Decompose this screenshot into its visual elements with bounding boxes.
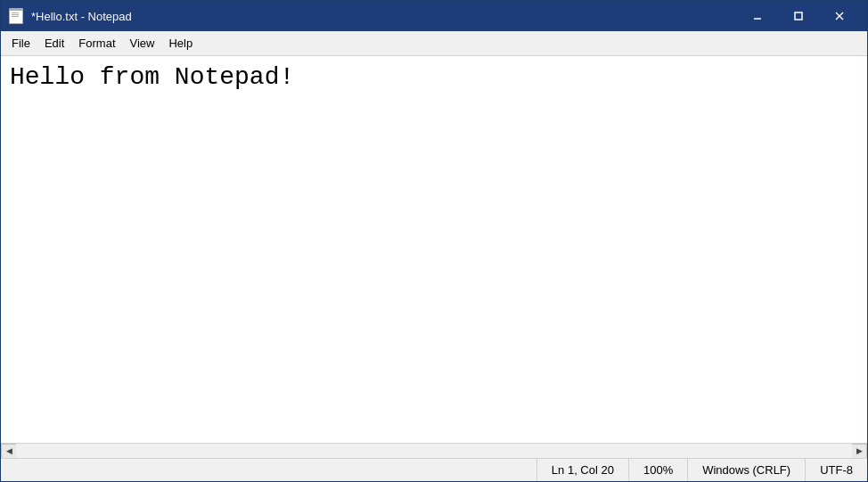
app-icon	[8, 8, 24, 24]
menu-help[interactable]: Help	[161, 34, 200, 53]
encoding: UTF-8	[805, 459, 867, 481]
menu-view[interactable]: View	[123, 34, 162, 53]
maximize-icon	[794, 12, 803, 20]
horizontal-scrollbar: ◀ ▶	[1, 443, 867, 458]
title-bar-controls	[737, 1, 860, 31]
minimize-button[interactable]	[737, 1, 778, 31]
menu-file[interactable]: File	[4, 34, 37, 53]
maximize-button[interactable]	[778, 1, 819, 31]
svg-rect-1	[795, 12, 802, 20]
close-icon	[835, 12, 844, 20]
menu-edit[interactable]: Edit	[37, 34, 71, 53]
close-button[interactable]	[819, 1, 860, 31]
menu-bar: File Edit Format View Help	[1, 31, 867, 56]
editor-textarea[interactable]	[1, 56, 867, 443]
cursor-position: Ln 1, Col 20	[536, 459, 628, 481]
scroll-right-button[interactable]: ▶	[852, 444, 867, 459]
notepad-window: *Hello.txt - Notepad File E	[0, 0, 868, 482]
window-title: *Hello.txt - Notepad	[31, 10, 132, 23]
title-bar: *Hello.txt - Notepad	[1, 1, 867, 31]
editor-container	[1, 56, 867, 443]
minimize-icon	[753, 12, 762, 20]
menu-format[interactable]: Format	[71, 34, 122, 53]
line-ending: Windows (CRLF)	[687, 459, 805, 481]
scroll-track[interactable]	[16, 444, 852, 459]
status-bar: Ln 1, Col 20 100% Windows (CRLF) UTF-8	[1, 458, 867, 481]
title-bar-left: *Hello.txt - Notepad	[8, 8, 132, 24]
zoom-level: 100%	[628, 459, 687, 481]
scroll-left-button[interactable]: ◀	[1, 444, 16, 459]
